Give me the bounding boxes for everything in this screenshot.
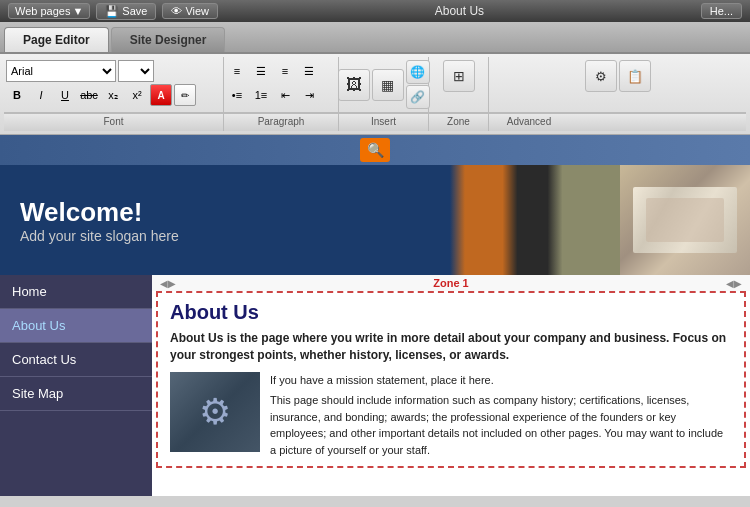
advanced-label: Advanced: [489, 114, 569, 131]
save-button[interactable]: 💾 Save: [96, 3, 156, 20]
paragraph-section: ≡ ☰ ≡ ☰ •≡ 1≡ ⇤ ⇥: [224, 57, 339, 112]
help-button[interactable]: He...: [701, 3, 742, 19]
toolbar: Arial B I U abc x₂ x² A ✏ ≡ ☰ ≡: [0, 54, 750, 135]
sidebar-item-contact-us[interactable]: Contact Us: [0, 343, 152, 377]
hero-title: Welcome!: [20, 197, 179, 228]
search-icon: 🔍: [367, 142, 384, 158]
zone-left-handle[interactable]: ◀▶: [160, 278, 176, 289]
highlight-color-button[interactable]: ✏: [174, 84, 196, 106]
insert-label: Insert: [339, 114, 429, 131]
bold-button[interactable]: B: [6, 84, 28, 106]
content-image: ⚙: [170, 372, 260, 452]
toolbar-section-labels: Font Paragraph Insert Zone Advanced: [4, 113, 746, 131]
align-justify-button[interactable]: ☰: [298, 60, 320, 82]
align-center-button[interactable]: ☰: [250, 60, 272, 82]
insert-image-button[interactable]: 🖼: [338, 69, 370, 101]
globe-icon: 🌐: [410, 65, 425, 79]
advanced-button-2[interactable]: 📋: [619, 60, 651, 92]
title-bar: Web pages ▼ 💾 Save 👁 View About Us He...: [0, 0, 750, 22]
indent-decrease-button[interactable]: ⇤: [274, 84, 296, 106]
unordered-list-button[interactable]: •≡: [226, 84, 248, 106]
advanced-icon-2: 📋: [627, 69, 643, 84]
align-left-button[interactable]: ≡: [226, 60, 248, 82]
table-icon: ▦: [381, 77, 394, 93]
advanced-icon-1: ⚙: [595, 69, 607, 84]
zone-label: Zone: [429, 114, 489, 131]
underline-button[interactable]: U: [54, 84, 76, 106]
zone-header: ◀▶ Zone 1 ◀▶: [152, 275, 750, 291]
insert-table-button[interactable]: ▦: [372, 69, 404, 101]
zone-right-handle[interactable]: ◀▶: [726, 278, 742, 289]
zone-button[interactable]: ⊞: [443, 60, 475, 92]
window-title: About Us: [218, 4, 701, 18]
subscript-button[interactable]: x₂: [102, 84, 124, 106]
font-section: Arial B I U abc x₂ x² A ✏: [4, 57, 224, 112]
sidebar-nav: Home About Us Contact Us Site Map: [0, 275, 152, 496]
strikethrough-button[interactable]: abc: [78, 84, 100, 106]
content-heading: About Us: [170, 301, 732, 324]
web-pages-label: Web pages: [15, 5, 70, 17]
hero-slogan: Add your site slogan here: [20, 228, 179, 244]
menu-arrow-icon: ▼: [72, 5, 83, 17]
italic-button[interactable]: I: [30, 84, 52, 106]
font-family-select[interactable]: Arial: [6, 60, 116, 82]
link-icon: 🔗: [410, 90, 425, 104]
tab-site-designer[interactable]: Site Designer: [111, 27, 226, 52]
content-detail: ⚙ If you have a mission statement, place…: [170, 372, 732, 459]
gear-icon: ⚙: [199, 391, 231, 433]
save-icon: 💾: [105, 5, 119, 18]
hero-banner: Welcome! Add your site slogan here: [0, 165, 750, 275]
sidebar-item-about-us[interactable]: About Us: [0, 309, 152, 343]
hero-image: [620, 165, 750, 275]
content-body: About Us About Us is the page where you …: [156, 291, 746, 468]
font-color-button[interactable]: A: [150, 84, 172, 106]
view-button[interactable]: 👁 View: [162, 3, 218, 19]
hero-image-placeholder: [620, 165, 750, 275]
search-button[interactable]: 🔍: [360, 138, 390, 162]
align-right-button[interactable]: ≡: [274, 60, 296, 82]
view-icon: 👁: [171, 5, 182, 17]
ordered-list-button[interactable]: 1≡: [250, 84, 272, 106]
insert-section: 🖼 ▦ 🌐 🔗: [339, 57, 429, 112]
zone-label-text: Zone 1: [176, 277, 726, 289]
paragraph-label: Paragraph: [224, 114, 339, 131]
tab-bar: Page Editor Site Designer: [0, 22, 750, 54]
indent-increase-button[interactable]: ⇥: [298, 84, 320, 106]
font-size-select[interactable]: [118, 60, 154, 82]
image-icon: 🖼: [346, 76, 362, 94]
web-pages-menu[interactable]: Web pages ▼: [8, 3, 90, 19]
insert-extra-button[interactable]: 🔗: [406, 85, 430, 109]
advanced-button-1[interactable]: ⚙: [585, 60, 617, 92]
zone-icon: ⊞: [453, 68, 465, 84]
content-pane: ◀▶ Zone 1 ◀▶ About Us About Us is the pa…: [152, 275, 750, 496]
content-subtext: About Us is the page where you write in …: [170, 330, 732, 364]
content-paragraph: If you have a mission statement, place i…: [270, 372, 732, 459]
insert-globe-button[interactable]: 🌐: [406, 60, 430, 84]
tab-page-editor[interactable]: Page Editor: [4, 27, 109, 52]
main-area: Home About Us Contact Us Site Map ◀▶ Zon…: [0, 275, 750, 496]
sidebar-item-home[interactable]: Home: [0, 275, 152, 309]
hero-content: Welcome! Add your site slogan here: [20, 197, 179, 244]
superscript-button[interactable]: x²: [126, 84, 148, 106]
sidebar-item-site-map[interactable]: Site Map: [0, 377, 152, 411]
font-label: Font: [4, 114, 224, 131]
search-bar: 🔍: [0, 135, 750, 165]
advanced-section: ⚙ 📋: [489, 57, 746, 112]
zone-section: ⊞: [429, 57, 489, 112]
